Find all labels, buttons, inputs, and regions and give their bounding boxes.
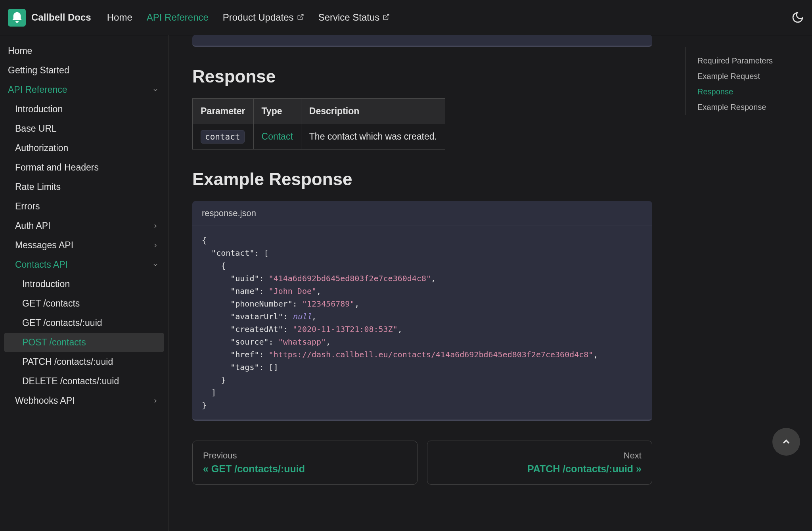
pagination: Previous « GET /contacts/:uuid Next PATC…	[192, 441, 652, 485]
logo[interactable]	[8, 9, 26, 27]
nav-home[interactable]: Home	[107, 12, 132, 23]
sidebar: Home Getting Started API Reference Intro…	[0, 35, 169, 531]
brand-title: Callbell Docs	[31, 12, 91, 23]
sidebar-item-rate-limits[interactable]: Rate Limits	[0, 177, 168, 197]
sidebar-item-get-contacts-uuid[interactable]: GET /contacts/:uuid	[0, 313, 168, 333]
toc-example-response[interactable]: Example Response	[697, 100, 812, 115]
sidebar-item-label: Auth API	[15, 220, 51, 231]
sidebar-item-get-contacts[interactable]: GET /contacts	[0, 294, 168, 313]
toc-example-request[interactable]: Example Request	[697, 69, 812, 84]
sidebar-item-label: Contacts API	[15, 259, 68, 270]
json-created: "2020-11-13T21:08:53Z"	[293, 324, 398, 334]
scroll-to-top-button[interactable]	[772, 428, 800, 456]
response-heading: Response	[192, 67, 652, 86]
chevron-right-icon	[151, 221, 160, 231]
cell-parameter: contact	[193, 124, 254, 150]
table-row: contact Contact The contact which was cr…	[193, 124, 445, 150]
code-block: response.json { "contact": [ { "uuid": "…	[192, 201, 652, 421]
next-title: PATCH /contacts/:uuid »	[438, 463, 642, 475]
moon-icon	[791, 11, 804, 24]
sidebar-item-contacts-intro[interactable]: Introduction	[0, 274, 168, 294]
th-parameter: Parameter	[193, 99, 254, 124]
sidebar-item-label: API Reference	[8, 84, 67, 95]
sidebar-item-authorization[interactable]: Authorization	[0, 138, 168, 158]
header: Callbell Docs Home API Reference Product…	[0, 0, 812, 35]
example-response-heading: Example Response	[192, 169, 652, 189]
sidebar-item-contacts-api[interactable]: Contacts API	[0, 255, 168, 274]
table-of-contents: Required Parameters Example Request Resp…	[685, 47, 812, 115]
sidebar-item-home[interactable]: Home	[0, 41, 168, 61]
sidebar-item-introduction[interactable]: Introduction	[0, 100, 168, 119]
type-link-contact[interactable]: Contact	[262, 131, 293, 142]
sidebar-item-api-reference[interactable]: API Reference	[0, 80, 168, 100]
prev-title: « GET /contacts/:uuid	[203, 463, 407, 475]
chevron-down-icon	[151, 260, 160, 270]
sidebar-item-format-headers[interactable]: Format and Headers	[0, 158, 168, 177]
parameter-name: contact	[201, 130, 245, 144]
nav-product-updates[interactable]: Product Updates	[223, 12, 304, 23]
next-label: Next	[438, 450, 642, 461]
sidebar-item-delete-contacts[interactable]: DELETE /contacts/:uuid	[0, 372, 168, 391]
external-link-icon	[297, 12, 304, 23]
sidebar-item-base-url[interactable]: Base URL	[0, 119, 168, 138]
th-description: Description	[301, 99, 445, 124]
bell-icon	[11, 11, 23, 24]
code-body: { "contact": [ { "uuid": "414a6d692bd645…	[192, 226, 652, 420]
external-link-icon	[383, 12, 390, 23]
nav-product-updates-label: Product Updates	[223, 12, 294, 23]
sidebar-item-messages-api[interactable]: Messages API	[0, 236, 168, 255]
sidebar-item-label: Webhooks API	[15, 395, 75, 406]
cell-description: The contact which was created.	[301, 124, 445, 150]
json-source: "whatsapp"	[278, 337, 326, 347]
th-type: Type	[253, 99, 301, 124]
nav-service-status[interactable]: Service Status	[318, 12, 390, 23]
sidebar-item-patch-contacts[interactable]: PATCH /contacts/:uuid	[0, 352, 168, 372]
json-phone: "123456789"	[302, 299, 354, 309]
code-block-remnant	[192, 35, 652, 47]
theme-toggle[interactable]	[791, 11, 804, 24]
chevron-down-icon	[151, 85, 160, 95]
cell-type: Contact	[253, 124, 301, 150]
sidebar-item-errors[interactable]: Errors	[0, 197, 168, 216]
sidebar-item-label: Messages API	[15, 240, 73, 251]
json-avatar: null	[293, 312, 312, 321]
toc-required-params[interactable]: Required Parameters	[697, 53, 812, 69]
response-table: Parameter Type Description contact Conta…	[192, 98, 445, 150]
sidebar-item-webhooks-api[interactable]: Webhooks API	[0, 391, 168, 410]
json-tags: []	[269, 362, 278, 372]
sidebar-item-getting-started[interactable]: Getting Started	[0, 61, 168, 80]
chevron-up-icon	[781, 436, 792, 447]
pagination-previous[interactable]: Previous « GET /contacts/:uuid	[192, 441, 417, 485]
main-content: Response Parameter Type Description cont…	[169, 35, 685, 531]
json-name: "John Doe"	[269, 286, 316, 296]
code-filename: response.json	[192, 201, 652, 226]
pagination-next[interactable]: Next PATCH /contacts/:uuid »	[427, 441, 652, 485]
json-href: "https://dash.callbell.eu/contacts/414a6…	[269, 350, 594, 359]
json-uuid: "414a6d692bd645ed803f2e7ce360d4c8"	[269, 274, 431, 283]
nav-api-reference[interactable]: API Reference	[147, 12, 209, 23]
chevron-right-icon	[151, 241, 160, 250]
toc-response[interactable]: Response	[697, 84, 812, 100]
sidebar-item-post-contacts[interactable]: POST /contacts	[4, 333, 164, 352]
table-header-row: Parameter Type Description	[193, 99, 445, 124]
prev-label: Previous	[203, 450, 407, 461]
sidebar-item-auth-api[interactable]: Auth API	[0, 216, 168, 236]
nav-service-status-label: Service Status	[318, 12, 380, 23]
chevron-right-icon	[151, 396, 160, 406]
